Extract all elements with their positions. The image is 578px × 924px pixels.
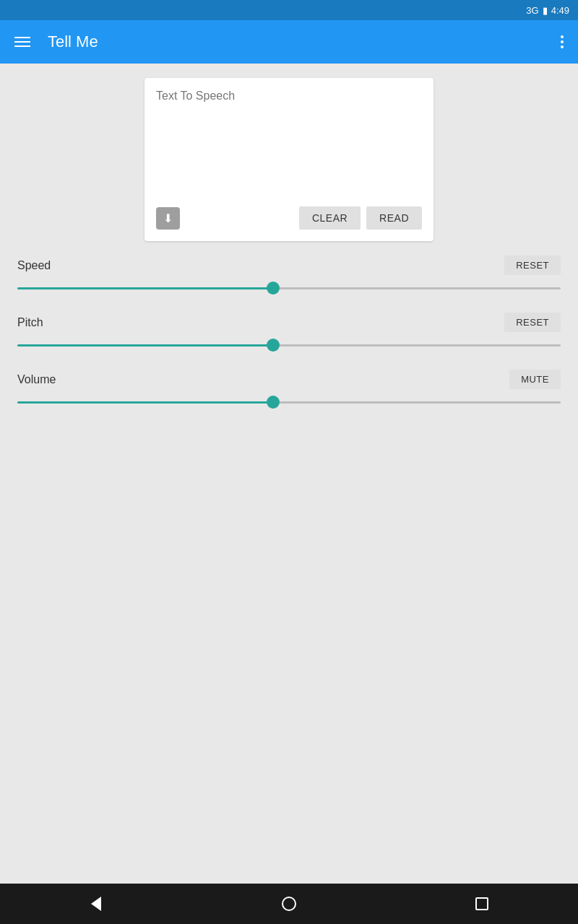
battery-icon: ▮ <box>543 5 548 16</box>
tts-card: ⬇ CLEAR READ <box>144 78 434 241</box>
volume-header: Volume MUTE <box>17 370 561 389</box>
network-indicator: 3G <box>526 5 538 16</box>
speed-header: Speed RESET <box>17 256 561 275</box>
mute-button[interactable]: MUTE <box>509 370 561 389</box>
download-icon: ⬇ <box>163 212 173 225</box>
card-actions: ⬇ CLEAR READ <box>156 206 422 230</box>
menu-icon[interactable] <box>12 34 33 50</box>
pitch-reset-button[interactable]: RESET <box>504 313 561 332</box>
volume-label: Volume <box>17 373 56 386</box>
app-title: Tell Me <box>48 32 543 51</box>
speed-control: Speed RESET <box>17 256 561 295</box>
bottom-nav <box>0 884 578 924</box>
recent-apps-button[interactable] <box>464 886 500 922</box>
volume-control: Volume MUTE <box>17 370 561 409</box>
back-arrow-icon <box>91 897 101 911</box>
download-button[interactable]: ⬇ <box>156 207 180 230</box>
speed-label: Speed <box>17 259 51 272</box>
more-options-icon[interactable] <box>558 32 566 51</box>
recent-apps-icon <box>475 897 488 910</box>
pitch-slider-container <box>17 338 561 352</box>
time-display: 4:49 <box>551 5 569 16</box>
app-bar: Tell Me <box>0 20 578 64</box>
clear-button[interactable]: CLEAR <box>299 206 361 230</box>
back-button[interactable] <box>78 886 114 922</box>
volume-slider-container <box>17 395 561 409</box>
pitch-label: Pitch <box>17 316 43 329</box>
volume-slider[interactable] <box>17 401 561 404</box>
sliders-section: Speed RESET Pitch RESET Volume MUTE <box>12 256 566 409</box>
home-button[interactable] <box>271 886 307 922</box>
status-bar: 3G ▮ 4:49 <box>0 0 578 20</box>
tts-input[interactable] <box>156 90 422 198</box>
pitch-control: Pitch RESET <box>17 313 561 352</box>
speed-slider-container <box>17 281 561 295</box>
pitch-slider[interactable] <box>17 344 561 346</box>
read-button[interactable]: READ <box>366 206 422 230</box>
home-icon <box>282 897 296 911</box>
status-icons: 3G ▮ 4:49 <box>526 5 569 16</box>
pitch-header: Pitch RESET <box>17 313 561 332</box>
speed-reset-button[interactable]: RESET <box>504 256 561 275</box>
main-content: ⬇ CLEAR READ Speed RESET Pitch RESET <box>0 64 578 884</box>
speed-slider[interactable] <box>17 287 561 289</box>
